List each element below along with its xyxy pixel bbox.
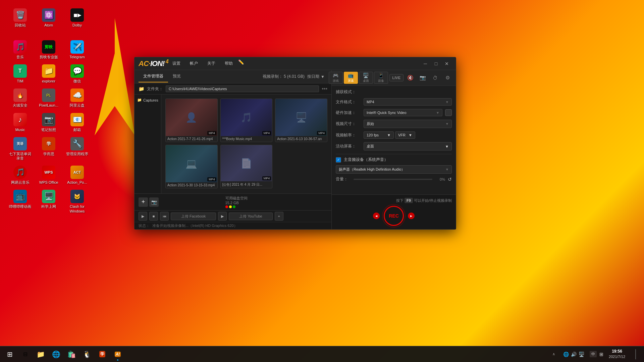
desktop-icon-pixel[interactable]: PL PixelLaun... (35, 87, 62, 109)
menu-account[interactable]: 帐户 (186, 59, 202, 68)
desktop-icon-wechat[interactable]: 💬 微信 (64, 63, 91, 85)
mic-button[interactable]: 🔇 (405, 73, 416, 83)
close-button[interactable]: ✕ (442, 59, 452, 68)
video-size-dropdown[interactable]: 原始 ▼ (364, 120, 452, 128)
file-thumb-1[interactable]: 👤 MP4 Action 2021-7-7 21-41-26.mp4 (165, 99, 218, 142)
path-more-button[interactable]: ••• (322, 86, 327, 92)
desktop-icon-wps[interactable]: WPS WPS Office (35, 164, 62, 186)
live-button[interactable]: LIVE (389, 74, 404, 81)
taskbar-explorer[interactable]: 📁 (33, 347, 48, 362)
add-button[interactable]: + (139, 197, 148, 207)
systray-network[interactable]: 🌐 (563, 352, 569, 357)
right-panel: 🎮 游戏 📺 屏幕 🖥️ 桌面 📱 设备 (332, 70, 456, 229)
desktop-icon-guanli[interactable]: 🔧 管理应用程序 (64, 135, 91, 162)
file-path-input[interactable] (166, 85, 319, 92)
cap-mode-screen[interactable]: 📺 屏幕 (344, 72, 358, 84)
file-thumb-3[interactable]: 🖥️ MP4 Action 2021-6-13 10-36-57.an (275, 99, 327, 142)
hardware-accel-toggle[interactable] (445, 109, 452, 116)
desktop-icon-dolby[interactable]: ◼▶ Dolby (64, 7, 91, 37)
time-display[interactable]: 19:56 2021/7/12 (606, 349, 628, 359)
taskbar-store[interactable]: 🛍️ (64, 347, 79, 362)
taskbar-edge[interactable]: 🌐 (49, 347, 63, 362)
start-button[interactable]: ⊞ (2, 346, 18, 362)
pen-icon[interactable]: ✏️ (238, 59, 244, 68)
settings-button[interactable]: ⚙ (442, 73, 453, 83)
separator-1 (336, 154, 452, 154)
prev-button[interactable]: ⏮ (160, 212, 169, 221)
audio-checkbox[interactable]: ✓ (336, 157, 341, 163)
timer-button[interactable]: ⏱ (429, 73, 441, 83)
taskbar-qq[interactable]: 🐧 (79, 347, 94, 362)
maximize-button[interactable]: □ (431, 59, 441, 68)
upload-facebook-button[interactable]: 上传 Facebook (171, 213, 216, 220)
desktop-icon-recycle[interactable]: 🗑️ 回收站 (7, 7, 34, 37)
play-button[interactable]: ▶ (139, 212, 147, 221)
volume-refresh-button[interactable]: ↺ (448, 177, 452, 182)
tab-preview[interactable]: 预览 (168, 71, 185, 82)
volume-bar[interactable] (354, 179, 432, 180)
menu-about[interactable]: 关于 (203, 59, 219, 68)
desktop-icon-notes[interactable]: 📷 笔记拍照 (35, 111, 62, 134)
file-thumb-5[interactable]: 📄 MP4 [公告] 2021 年 4 月 29 日... (220, 145, 273, 188)
rec-prev-button[interactable]: ◀ (373, 213, 380, 219)
camera-button[interactable]: 📷 (417, 73, 428, 83)
file-grid: 👤 MP4 Action 2021-7-7 21-41-26.mp4 🎵 MP4… (161, 95, 331, 193)
file-format-dropdown[interactable]: MP4 ▼ (364, 98, 452, 106)
notification-area[interactable]: ∧ (550, 352, 558, 356)
systray-volume[interactable]: 🔊 (571, 352, 577, 357)
systray-grid[interactable]: ⊞ (599, 352, 603, 357)
desktop-icon-xueersi[interactable]: 学 学而思 (35, 135, 62, 162)
taskbar-taskview[interactable]: ⊟ (18, 347, 33, 362)
desktop-icon-tim[interactable]: T TIM (7, 63, 34, 85)
cap-mode-game[interactable]: 🎮 游戏 (329, 72, 343, 84)
rec-next-button[interactable]: ▶ (408, 213, 415, 219)
tab-file-manager[interactable]: 文件管理器 (139, 71, 168, 82)
fps-dropdown[interactable]: 120 fps ▼ (364, 131, 394, 139)
cap-mode-desktop[interactable]: 🖥️ 桌面 (359, 72, 373, 84)
desktop-icon-atom[interactable]: ⚛️ Atom (35, 7, 62, 37)
action-label: Action_Po... (67, 180, 87, 185)
shortcut-hint: 按下 F9 可以开始/停止视频录制 (336, 198, 452, 203)
desktop-icon-netease[interactable]: 🎵 网易云音乐 (7, 164, 34, 186)
active-screen-dropdown[interactable]: 桌面 ▼ (364, 142, 452, 150)
desktop-icon-clash[interactable]: 🐱 Clash for Windows (64, 188, 91, 215)
desktop-icon-email[interactable]: 📧 邮箱 (64, 111, 91, 134)
show-desktop-button[interactable] (631, 346, 641, 362)
desktop-icon-english[interactable]: 英语 七下英语单词录音 (7, 135, 34, 162)
hardware-accel-dropdown[interactable]: Intel® Quick Sync Video ▼ (364, 109, 442, 116)
file-thumb-2[interactable]: 🎵 MP4 ***Booty Music.mp4 (220, 99, 273, 142)
telegram-label: Telegram (69, 55, 85, 59)
desktop-icon-kexue[interactable]: 🖥️ 科学上网 (35, 188, 62, 215)
desktop-icon-music[interactable]: 🎵 音乐 (7, 39, 34, 61)
upload-youtube-button[interactable]: 上传 YouTube (229, 213, 272, 220)
minimize-button[interactable]: ─ (420, 59, 430, 68)
taskbar-xueersi2[interactable]: 学 (95, 347, 110, 362)
rec-button[interactable]: REC (384, 206, 404, 226)
vfr-dropdown[interactable]: VFR ▼ (395, 131, 415, 139)
sort-button[interactable]: 按日期 ▼ (305, 72, 327, 81)
music-label: 音乐 (16, 55, 24, 59)
menu-settings[interactable]: 设置 (168, 59, 184, 68)
systray-display[interactable]: 🖥️ (579, 352, 584, 357)
desktop-icon-explorer[interactable]: 📁 explorer (35, 63, 62, 85)
add-button-2[interactable]: + (275, 212, 283, 221)
taskbar-action[interactable]: A! (110, 347, 125, 362)
file-thumb-4[interactable]: 💻 MP4 Action 2021-5-30 13-15-33.mp4 (165, 145, 218, 188)
lang-indicator[interactable]: 中 (590, 351, 597, 357)
desktop-icon-music2[interactable]: ♪ Music (7, 111, 34, 134)
desktop-icon-aliyun[interactable]: ☁️ 阿里云盘 (64, 87, 91, 109)
icon-grid: 🗑️ 回收站 ⚛️ Atom ◼▶ Dolby 🎵 音乐 剪映 剪映专业版 ✈️… (3, 3, 104, 219)
stop-button[interactable]: ■ (149, 212, 158, 221)
desktop-icon-bilibili[interactable]: 📺 哔哩哔哩动画 (7, 188, 34, 215)
livestream-button[interactable]: ▶ (218, 212, 227, 221)
audio-device-dropdown[interactable]: 扬声器（Realtek High Definition Audio） ▼ (336, 165, 452, 174)
desktop-icon-huocheng[interactable]: 🔥 火绒安全 (7, 87, 34, 109)
disk-dot-red (225, 205, 228, 208)
desktop-icon-action[interactable]: ACT Action_Po... (64, 164, 91, 186)
menu-help[interactable]: 帮助 (221, 59, 237, 68)
desktop-icon-telegram[interactable]: ✈️ Telegram (64, 39, 91, 61)
desktop-icon-jianying[interactable]: 剪映 剪映专业版 (35, 39, 62, 61)
screenshot-button[interactable]: 📷 (149, 197, 159, 207)
folder-captures[interactable]: 📁 Captures (137, 98, 158, 102)
cap-mode-device[interactable]: 📱 设备 (374, 72, 388, 84)
